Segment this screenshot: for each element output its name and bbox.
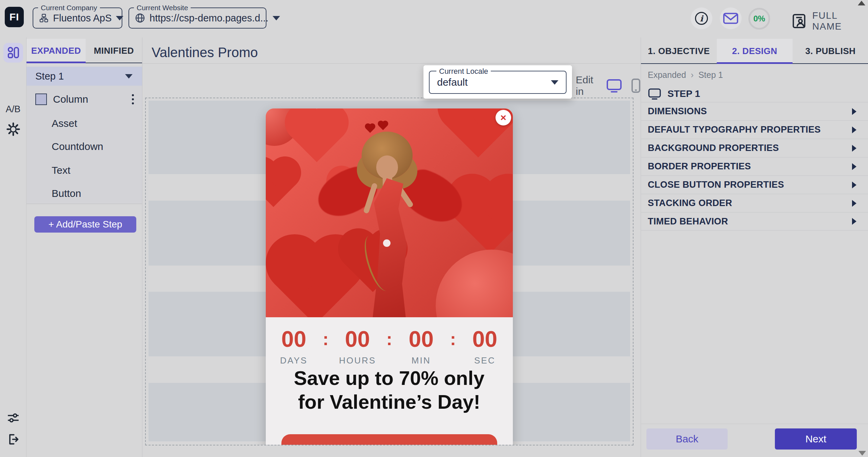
messages-button[interactable] [720, 7, 742, 29]
chevron-right-icon [852, 145, 856, 152]
tree-item-countdown[interactable]: Countdown [52, 141, 103, 152]
edit-in-controls: Edit in [576, 74, 641, 97]
countdown-widget: 00 DAYS : 00 HOURS : 00 MIN : 00 [266, 326, 513, 366]
chevron-right-icon [852, 182, 856, 188]
website-select[interactable]: Current Website https://csp-demo.pages.d… [128, 7, 266, 29]
section-default-typography[interactable]: DEFAULT TYPOGRAPHY PROPERTIES [641, 120, 868, 139]
scrollbar-down-arrow[interactable] [858, 451, 866, 456]
section-timed-behavior[interactable]: TIMED BEHAVIOR [641, 212, 868, 231]
popup-preview: × 00 DAYS : 00 HOURS : 00 MIN [266, 108, 513, 445]
back-button[interactable]: Back [646, 428, 728, 450]
section-close-button-label: CLOSE BUTTON PROPERTIES [648, 180, 852, 190]
rail-item-ab-testing[interactable]: A/B [6, 104, 21, 115]
company-select[interactable]: Current Company Fluentos ApS [33, 7, 122, 29]
left-rail: A/B [0, 37, 27, 457]
footer-divider [641, 424, 868, 424]
countdown-sec-label: SEC [466, 355, 503, 366]
countdown-days-label: DAYS [275, 355, 313, 366]
popup-cta-button[interactable] [281, 434, 497, 445]
scrollbar-up-arrow[interactable] [858, 1, 865, 5]
monitor-icon [648, 88, 661, 100]
chevron-right-icon [852, 108, 856, 115]
app-logo[interactable]: FI [5, 7, 24, 27]
tree-item-column[interactable]: Column [35, 90, 136, 108]
popup-close-button[interactable]: × [496, 110, 511, 125]
tab-expanded[interactable]: EXPANDED [27, 39, 86, 63]
tree-item-button-label: Button [52, 188, 81, 199]
countdown-sec-value: 00 [466, 326, 503, 352]
tree-item-countdown-label: Countdown [52, 141, 103, 152]
chevron-down-icon [125, 74, 133, 79]
company-select-label: Current Company [38, 4, 100, 12]
section-dimensions[interactable]: DIMENSIONS [641, 102, 868, 120]
tree-item-text-label: Text [52, 165, 70, 176]
info-button[interactable]: i [691, 7, 712, 29]
section-close-button[interactable]: CLOSE BUTTON PROPERTIES [641, 175, 868, 194]
layout-grid-icon [6, 46, 20, 60]
canvas-area: Valentines Promo [142, 37, 641, 457]
chevron-right-icon [852, 163, 856, 170]
user-name: FULL NAME [812, 10, 868, 32]
step-selector[interactable]: Step 1 [27, 67, 142, 86]
chevron-down-icon [273, 16, 280, 20]
add-paste-step-button[interactable]: + Add/Paste Step [34, 216, 136, 233]
tab-objective[interactable]: 1. OBJECTIVE [641, 39, 717, 63]
mobile-device-button[interactable] [631, 78, 641, 93]
breadcrumb-expanded: Expanded [648, 70, 686, 80]
section-stacking-order[interactable]: STACKING ORDER [641, 194, 868, 212]
active-tab-indicator [27, 62, 86, 63]
app-window: FI Current Company Fluentos ApS Current … [0, 0, 868, 457]
section-timed-behavior-label: TIMED BEHAVIOR [648, 216, 852, 227]
layer-tree: Column Asset Countdown Text Button [27, 86, 142, 204]
tab-expanded-label: EXPANDED [31, 46, 81, 56]
breadcrumb-separator-icon: › [691, 70, 694, 80]
rail-item-logout[interactable] [6, 433, 20, 446]
locale-select[interactable]: Current Locale default [429, 71, 567, 94]
tree-item-asset-label: Asset [52, 118, 77, 129]
info-icon: i [695, 12, 708, 25]
chevron-down-icon [551, 80, 558, 85]
next-button[interactable]: Next [775, 428, 857, 450]
countdown-hours-value: 00 [339, 326, 376, 352]
setup-progress-value: 0% [753, 14, 765, 23]
edit-in-label: Edit in [576, 74, 597, 97]
chevron-right-icon [852, 218, 856, 225]
canvas-divider [142, 63, 641, 64]
website-select-value: https://csp-demo.pages.d... [150, 13, 268, 24]
layers-panel: EXPANDED MINIFIED Step 1 Column Asset Co… [27, 39, 142, 457]
section-background-label: BACKGROUND PROPERTIES [648, 143, 852, 153]
countdown-days-value: 00 [275, 326, 313, 352]
section-border-label: BORDER PROPERTIES [648, 161, 852, 172]
organization-icon [39, 13, 49, 23]
column-menu-button[interactable] [130, 92, 136, 106]
rail-item-settings[interactable] [6, 122, 21, 137]
countdown-min-label: MIN [402, 355, 440, 366]
chevron-right-icon [852, 200, 856, 207]
section-border[interactable]: BORDER PROPERTIES [641, 157, 868, 175]
countdown-sec: 00 SEC [466, 326, 503, 366]
tree-item-asset[interactable]: Asset [52, 118, 77, 129]
user-menu[interactable]: FULL NAME [792, 10, 868, 32]
countdown-days: 00 DAYS [275, 326, 313, 366]
breadcrumb: Expanded › Step 1 [648, 70, 723, 80]
tab-publish[interactable]: 3. PUBLISH [793, 39, 868, 63]
id-card-icon [792, 13, 806, 29]
tab-minified-label: MINIFIED [94, 46, 134, 56]
setup-progress-badge[interactable]: 0% [748, 8, 770, 30]
tab-minified[interactable]: MINIFIED [86, 39, 142, 63]
company-select-value: Fluentos ApS [53, 13, 112, 24]
tab-objective-label: 1. OBJECTIVE [648, 46, 710, 56]
logout-icon [6, 433, 20, 446]
section-background[interactable]: BACKGROUND PROPERTIES [641, 139, 868, 157]
desktop-device-button[interactable] [606, 79, 622, 93]
ab-testing-label: A/B [6, 104, 21, 114]
countdown-hours-label: HOURS [339, 355, 376, 366]
tree-item-text[interactable]: Text [52, 165, 70, 176]
rail-item-preferences[interactable] [6, 411, 20, 425]
page-title: Valentines Promo [152, 45, 258, 60]
heart-balloon-icon [454, 181, 513, 253]
balloon-icon [436, 250, 513, 317]
tab-design[interactable]: 2. DESIGN [717, 39, 793, 63]
rail-item-builder[interactable] [3, 43, 23, 63]
tree-item-button[interactable]: Button [52, 188, 81, 199]
